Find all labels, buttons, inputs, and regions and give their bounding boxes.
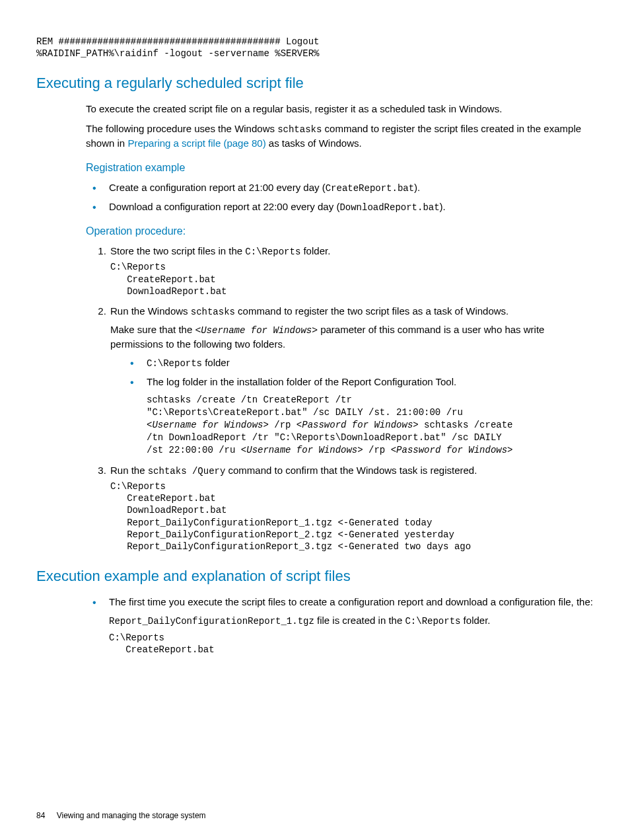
paragraph: Make sure that the <Username for Windows… [110,323,594,352]
subsection-heading: Registration example [86,160,594,175]
code-block: C:\Reports CreateReport.bat [109,632,594,656]
code-block: schtasks /create /tn CreateReport /tr "C… [147,394,594,456]
list-item: Run the Windows schtasks command to regi… [109,304,594,457]
list-item: Download a configuration report at 22:00… [109,200,594,214]
bullet-list: The first time you execute the script fi… [86,595,594,656]
subsection-heading: Operation procedure: [86,223,594,239]
numbered-list: Store the two script files in the C:\Rep… [86,244,594,553]
paragraph: To execute the created script file on a … [86,102,594,116]
section-heading: Execution example and explanation of scr… [36,566,594,587]
code-block: C:\Reports CreateReport.bat DownloadRepo… [110,480,594,553]
list-item: Run the schtaks /Query command to confir… [109,463,594,553]
xref-link[interactable]: Preparing a script file (page 80) [127,137,265,149]
list-item: C:\Reports folder [147,356,594,370]
code-block: C:\Reports CreateReport.bat DownloadRepo… [110,261,594,297]
bullet-list: Create a configuration report at 21:00 e… [86,180,594,214]
list-item: Create a configuration report at 21:00 e… [109,180,594,195]
section-heading: Executing a regularly scheduled script f… [36,73,594,94]
list-item: The log folder in the installation folde… [147,375,594,457]
list-item: Store the two script files in the C:\Rep… [109,244,594,297]
paragraph: Report_DailyConfigurationReport_1.tgz fi… [109,613,594,628]
list-item: The first time you execute the script fi… [109,595,594,656]
code-block: REM ####################################… [36,36,594,59]
paragraph: The following procedure uses the Windows… [86,122,594,151]
bullet-list: C:\Reports folder The log folder in the … [110,356,594,457]
